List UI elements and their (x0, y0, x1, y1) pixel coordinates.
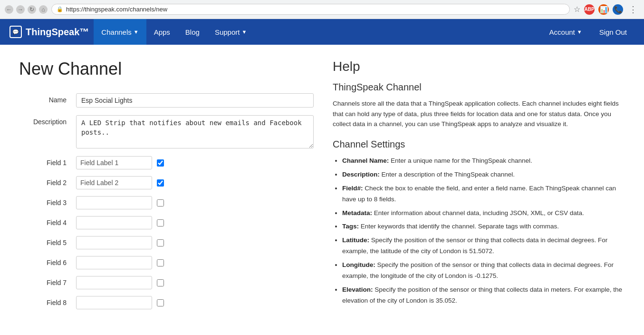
field-label-1: Field 1 (19, 159, 76, 167)
field-input-1[interactable] (76, 156, 152, 169)
field-input-2[interactable] (76, 176, 152, 189)
browser-controls: ← → ↻ ⌂ (5, 5, 48, 14)
main-nav: 💬 ThingSpeak™ Channels ▼ Apps Blog Suppo… (0, 19, 644, 45)
star-icon[interactable]: ☆ (574, 5, 580, 14)
description-input[interactable]: A LED Strip that notifies about new emai… (76, 115, 314, 148)
back-button[interactable]: ← (5, 5, 13, 14)
field-label-5: Field 5 (19, 239, 76, 246)
left-panel: New Channel Name Description A LED Strip… (19, 59, 314, 316)
browser-menu-button[interactable]: ⋮ (627, 3, 639, 16)
address-bar[interactable]: 🔒 https://thingspeak.com/channels/new (51, 4, 570, 15)
main-container: New Channel Name Description A LED Strip… (0, 45, 644, 330)
right-panel: Help ThingSpeak Channel Channels store a… (333, 59, 625, 316)
field-row-5: Field 5 (19, 236, 314, 249)
settings-section-title: Channel Settings (333, 139, 625, 150)
nav-apps-label: Apps (154, 28, 170, 36)
page-title: New Channel (19, 59, 314, 79)
channel-description: Channels store all the data that a Thing… (333, 99, 625, 129)
abp-extension[interactable]: ABP (584, 4, 595, 15)
support-caret: ▼ (241, 29, 247, 35)
name-label: Name (19, 93, 76, 104)
sk-extension[interactable]: 📞 (613, 4, 623, 15)
field-label-7: Field 7 (19, 279, 76, 286)
field-row-8: Field 8 (19, 296, 314, 309)
channels-caret: ▼ (134, 29, 139, 35)
nav-item-account[interactable]: Account ▼ (542, 19, 590, 45)
name-row: Name (19, 93, 314, 108)
field-row-4: Field 4 (19, 216, 314, 229)
reload-button[interactable]: ↻ (28, 5, 36, 14)
nav-right: Account ▼ Sign Out (542, 19, 634, 45)
nav-item-signout[interactable]: Sign Out (592, 19, 634, 45)
field-input-3[interactable] (76, 196, 152, 209)
help-title: Help (333, 59, 625, 74)
field-row-6: Field 6 (19, 256, 314, 269)
field-input-5[interactable] (76, 236, 152, 249)
field-row-2: Field 2 (19, 176, 314, 189)
channel-section-title: ThingSpeak Channel (333, 82, 625, 93)
field-row-3: Field 3 (19, 196, 314, 209)
fields-container: Field 1Field 2Field 3Field 4Field 5Field… (19, 156, 314, 309)
nav-item-blog[interactable]: Blog (178, 19, 207, 45)
logo[interactable]: 💬 ThingSpeak™ (10, 26, 89, 38)
lock-icon: 🔒 (57, 6, 63, 12)
field-checkbox-2[interactable] (157, 179, 164, 187)
nav-signout-label: Sign Out (599, 28, 627, 36)
field-label-3: Field 3 (19, 199, 76, 207)
description-label: Description (19, 115, 76, 126)
nav-links: Channels ▼ Apps Blog Support ▼ (94, 19, 541, 45)
settings-item-1: Channel Name: Enter a unique name for th… (342, 156, 625, 167)
settings-item-3: Field#: Check the box to enable the fiel… (342, 183, 625, 205)
settings-list: Channel Name: Enter a unique name for th… (333, 156, 625, 306)
field-checkbox-3[interactable] (157, 199, 164, 207)
nav-item-channels[interactable]: Channels ▼ (94, 19, 146, 45)
url-text: https://thingspeak.com/channels/new (66, 6, 167, 13)
settings-item-6: Latitude: Specify the position of the se… (342, 235, 625, 257)
field-input-7[interactable] (76, 276, 152, 289)
field-label-2: Field 2 (19, 179, 76, 187)
page-wrapper: New Channel Name Description A LED Strip… (0, 45, 644, 335)
settings-item-8: Elevation: Specify the position of the s… (342, 285, 625, 306)
nav-item-apps[interactable]: Apps (146, 19, 178, 45)
nav-account-label: Account (549, 28, 575, 36)
nav-channels-label: Channels (101, 28, 131, 36)
logo-text: ThingSpeak™ (26, 27, 89, 38)
settings-item-2: Description: Enter a description of the … (342, 169, 625, 180)
field-row-7: Field 7 (19, 276, 314, 289)
field-input-4[interactable] (76, 216, 152, 229)
field-label-8: Field 8 (19, 299, 76, 306)
description-row: Description A LED Strip that notifies ab… (19, 115, 314, 148)
nav-item-support[interactable]: Support ▼ (207, 19, 254, 45)
field-checkbox-1[interactable] (157, 159, 164, 167)
bar-extension[interactable]: 📊 (598, 4, 609, 15)
field-label-6: Field 6 (19, 259, 76, 266)
nav-support-label: Support (215, 28, 240, 36)
field-checkbox-8[interactable] (157, 299, 164, 306)
field-checkbox-7[interactable] (157, 279, 164, 286)
home-button[interactable]: ⌂ (39, 5, 48, 14)
settings-item-7: Longitude: Specify the position of the s… (342, 260, 625, 282)
field-row-1: Field 1 (19, 156, 314, 169)
field-checkbox-5[interactable] (157, 239, 164, 246)
settings-item-4: Metadata: Enter information about channe… (342, 208, 625, 219)
field-label-4: Field 4 (19, 219, 76, 227)
name-input[interactable] (76, 93, 314, 108)
logo-icon: 💬 (10, 26, 22, 38)
account-caret: ▼ (577, 29, 582, 35)
forward-button[interactable]: → (16, 5, 25, 14)
field-input-8[interactable] (76, 296, 152, 309)
browser-extensions: ABP 📊 📞 ⋮ (584, 3, 639, 16)
field-checkbox-4[interactable] (157, 219, 164, 227)
nav-blog-label: Blog (185, 28, 200, 36)
browser-bar: ← → ↻ ⌂ 🔒 https://thingspeak.com/channel… (0, 0, 644, 19)
settings-item-5: Tags: Enter keywords that identify the c… (342, 221, 625, 232)
field-input-6[interactable] (76, 256, 152, 269)
field-checkbox-6[interactable] (157, 259, 164, 266)
